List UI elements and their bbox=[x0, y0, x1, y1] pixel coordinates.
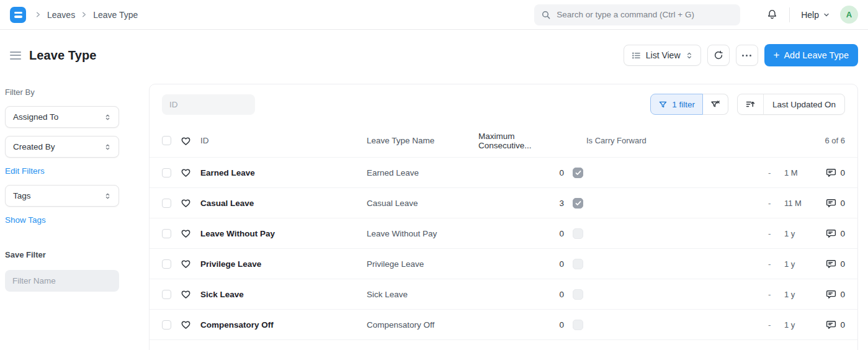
help-menu[interactable]: Help bbox=[801, 10, 830, 20]
like-heart-icon[interactable] bbox=[181, 320, 191, 330]
funnel-x-icon bbox=[710, 99, 720, 109]
tags-select[interactable]: Tags bbox=[5, 185, 119, 207]
filter-by-label: Filter By bbox=[5, 88, 144, 97]
page-title: Leave Type bbox=[29, 48, 96, 63]
filter-sidebar: Filter By Assigned To Created By Edit Fi… bbox=[0, 66, 149, 292]
like-heart-icon[interactable] bbox=[181, 168, 191, 177]
breadcrumb-leave-type[interactable]: Leave Type bbox=[93, 10, 138, 20]
comment-bubble-icon bbox=[826, 228, 836, 238]
view-selector-button[interactable]: List View bbox=[624, 45, 701, 66]
row-last-updated: 1 y bbox=[784, 290, 813, 299]
row-select-checkbox[interactable] bbox=[162, 290, 171, 299]
app-logo[interactable] bbox=[10, 7, 26, 23]
sidebar-toggle-icon[interactable] bbox=[10, 50, 21, 61]
assigned-to-select[interactable]: Assigned To bbox=[5, 106, 119, 128]
active-filter-button[interactable]: 1 filter bbox=[650, 94, 703, 115]
row-assigned-empty: - bbox=[768, 199, 784, 208]
breadcrumb-leaves[interactable]: Leaves bbox=[47, 10, 75, 20]
id-filter-input[interactable] bbox=[162, 94, 255, 115]
row-comments-button[interactable]: 0 bbox=[813, 320, 845, 330]
filter-name-input[interactable] bbox=[5, 270, 119, 292]
like-heart-icon[interactable] bbox=[181, 228, 191, 238]
more-options-button[interactable] bbox=[736, 45, 758, 66]
column-header-leave-type-name: Leave Type Name bbox=[367, 136, 478, 145]
row-select-checkbox[interactable] bbox=[162, 259, 171, 269]
user-avatar[interactable]: A bbox=[840, 6, 858, 24]
clear-filters-button[interactable] bbox=[703, 94, 728, 115]
show-tags-link[interactable]: Show Tags bbox=[5, 215, 46, 225]
row-select-checkbox[interactable] bbox=[162, 229, 171, 238]
table-row[interactable]: Compensatory Off Compensatory Off 0 - 1 … bbox=[150, 310, 857, 340]
sort-direction-button[interactable] bbox=[738, 94, 764, 114]
column-header-id: ID bbox=[200, 136, 367, 145]
notifications-bell-icon[interactable] bbox=[766, 9, 778, 20]
select-all-checkbox[interactable] bbox=[162, 136, 171, 145]
row-comments-button[interactable]: 0 bbox=[813, 228, 845, 238]
column-header-is-carry-forward: Is Carry Forward bbox=[564, 136, 669, 145]
chevron-updown-icon bbox=[104, 114, 111, 121]
like-heart-icon[interactable] bbox=[181, 259, 191, 269]
add-leave-type-button[interactable]: + Add Leave Type bbox=[764, 44, 858, 66]
avatar-initial: A bbox=[846, 10, 852, 19]
row-id-link[interactable]: Casual Leave bbox=[200, 199, 367, 208]
row-id-link[interactable]: Leave Without Pay bbox=[200, 229, 367, 238]
row-assigned-empty: - bbox=[768, 259, 784, 269]
row-leave-type-name: Privilege Leave bbox=[367, 259, 478, 269]
table-row[interactable]: Earned Leave Earned Leave 0 - 1 M 0 bbox=[150, 158, 857, 188]
row-id-link[interactable]: Privilege Leave bbox=[200, 259, 367, 269]
comment-count: 0 bbox=[840, 320, 845, 330]
row-max-consecutive: 0 bbox=[478, 290, 564, 299]
row-max-consecutive: 0 bbox=[478, 259, 564, 269]
help-label: Help bbox=[801, 10, 819, 20]
table-row[interactable]: Casual Leave Casual Leave 3 - 11 M 0 bbox=[150, 188, 857, 218]
like-heart-icon[interactable] bbox=[181, 289, 191, 299]
row-comments-button[interactable]: 0 bbox=[813, 168, 845, 177]
filter-count-label: 1 filter bbox=[672, 100, 695, 109]
chevron-updown-icon bbox=[104, 143, 111, 151]
comment-bubble-icon bbox=[826, 168, 836, 177]
carry-forward-checkbox bbox=[573, 198, 583, 209]
row-id-link[interactable]: Earned Leave bbox=[200, 168, 367, 177]
global-search-input[interactable]: Search or type a command (Ctrl + G) bbox=[534, 4, 740, 25]
row-max-consecutive: 3 bbox=[478, 199, 564, 208]
row-assigned-empty: - bbox=[768, 229, 784, 238]
comment-bubble-icon bbox=[826, 198, 836, 208]
navbar-divider bbox=[789, 7, 790, 22]
refresh-button[interactable] bbox=[707, 45, 730, 66]
search-icon bbox=[541, 10, 551, 20]
like-filter-heart-icon[interactable] bbox=[181, 136, 191, 146]
list-toolbar: 1 filter Last Updated On bbox=[150, 84, 857, 124]
row-id-link[interactable]: Sick Leave bbox=[200, 290, 367, 299]
sort-ascending-icon bbox=[745, 99, 755, 109]
ellipsis-icon bbox=[742, 55, 751, 56]
comment-count: 0 bbox=[840, 168, 845, 177]
row-select-checkbox[interactable] bbox=[162, 320, 171, 330]
row-select-checkbox[interactable] bbox=[162, 199, 171, 208]
comment-count: 0 bbox=[840, 290, 845, 299]
chevron-right-icon bbox=[35, 11, 42, 18]
created-by-select[interactable]: Created By bbox=[5, 136, 119, 158]
row-comments-button[interactable]: 0 bbox=[813, 289, 845, 299]
comment-count: 0 bbox=[840, 259, 845, 269]
row-id-link[interactable]: Compensatory Off bbox=[200, 320, 367, 330]
table-row[interactable]: Sick Leave Sick Leave 0 - 1 y 0 bbox=[150, 279, 857, 310]
row-assigned-empty: - bbox=[768, 168, 784, 177]
comment-count: 0 bbox=[840, 229, 845, 238]
row-comments-button[interactable]: 0 bbox=[813, 198, 845, 208]
row-max-consecutive: 0 bbox=[478, 320, 564, 330]
like-heart-icon[interactable] bbox=[181, 198, 191, 208]
edit-filters-link[interactable]: Edit Filters bbox=[5, 166, 45, 176]
row-comments-button[interactable]: 0 bbox=[813, 259, 845, 269]
row-last-updated: 1 M bbox=[784, 168, 813, 177]
table-header-row: ID Leave Type Name Maximum Consecutive..… bbox=[150, 124, 857, 158]
view-selector-label: List View bbox=[646, 50, 681, 60]
row-select-checkbox[interactable] bbox=[162, 168, 171, 177]
comment-bubble-icon bbox=[826, 259, 836, 269]
table-row[interactable]: Privilege Leave Privilege Leave 0 - 1 y … bbox=[150, 249, 857, 279]
sort-field-button[interactable]: Last Updated On bbox=[764, 94, 844, 114]
list-view-icon bbox=[632, 51, 641, 60]
table-row[interactable]: Leave Without Pay Leave Without Pay 0 - … bbox=[150, 218, 857, 249]
row-leave-type-name: Casual Leave bbox=[367, 199, 478, 208]
carry-forward-checkbox bbox=[573, 228, 583, 239]
carry-forward-checkbox bbox=[573, 168, 583, 178]
